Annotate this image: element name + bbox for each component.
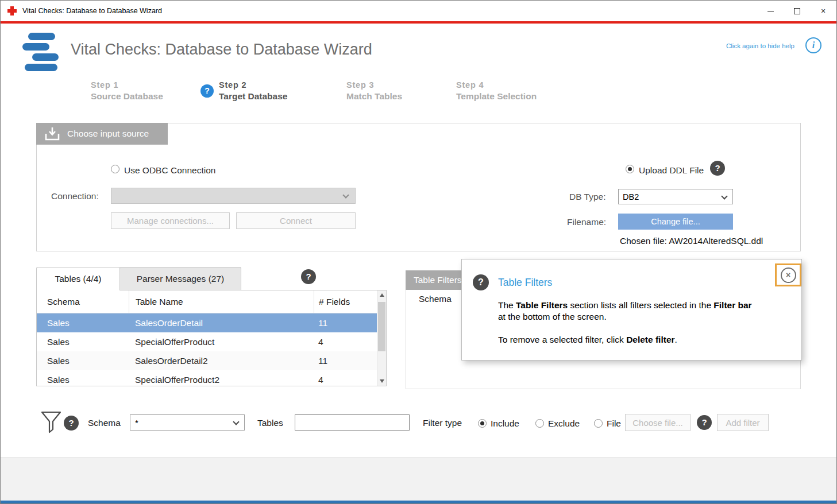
- bottom-accent-strip: [1, 501, 836, 504]
- popup-paragraph-2: To remove a selected filter, click Delet…: [498, 334, 677, 346]
- cell-fields: 4: [314, 332, 377, 351]
- info-icon[interactable]: i: [805, 37, 821, 53]
- window-controls: ×: [757, 1, 836, 21]
- step-number: Step 2: [219, 80, 287, 90]
- filter-schema-label: Schema: [88, 418, 121, 428]
- add-filter-button[interactable]: Add filter: [717, 414, 769, 431]
- filename-label: Filename:: [567, 217, 606, 227]
- scroll-down-button[interactable]: [377, 377, 386, 386]
- minimize-icon: [767, 11, 774, 11]
- table-row[interactable]: Sales SpecialOfferProduct 4: [37, 332, 377, 351]
- cell-fields: 4: [314, 370, 377, 386]
- chevron-down-icon: [342, 192, 349, 198]
- column-header-fields[interactable]: # Fields: [314, 290, 377, 313]
- exclude-radio[interactable]: [535, 419, 544, 428]
- table-filters-help-popup: ? Table Filters The Table Filters sectio…: [461, 259, 802, 360]
- minimize-button[interactable]: [757, 1, 784, 21]
- exclude-label[interactable]: Exclude: [548, 418, 580, 429]
- filter-schema-dropdown[interactable]: *: [130, 414, 245, 431]
- cell-schema: Sales: [37, 351, 129, 370]
- step-label: Target Database: [219, 91, 287, 102]
- cell-table-name: SpecialOfferProduct: [129, 332, 314, 351]
- cell-table-name: SalesOrderDetail: [129, 313, 314, 332]
- app-cross-icon: [7, 6, 17, 15]
- step-2-target-database[interactable]: Step 2 Target Database: [219, 80, 287, 102]
- db-type-value: DB2: [623, 192, 639, 201]
- filter-bar-help-icon[interactable]: ?: [64, 416, 79, 431]
- tables-grid-header: Schema Table Name # Fields: [37, 290, 377, 313]
- step-label: Match Tables: [346, 91, 402, 102]
- file-label[interactable]: File: [607, 418, 621, 429]
- db-type-label: DB Type:: [569, 192, 605, 202]
- scrollbar-thumb[interactable]: [378, 302, 385, 351]
- red-accent-bar: [1, 21, 836, 24]
- manage-connections-button[interactable]: Manage connections...: [111, 212, 230, 229]
- table-row[interactable]: Sales SalesOrderDetail2 11: [37, 351, 377, 370]
- step-label: Source Database: [91, 91, 163, 102]
- include-radio[interactable]: [478, 419, 487, 428]
- step-number: Step 3: [346, 80, 402, 90]
- close-button[interactable]: ×: [810, 1, 836, 21]
- connect-button[interactable]: Connect: [236, 212, 356, 229]
- tab-tables[interactable]: Tables (4/4): [36, 267, 120, 290]
- scroll-up-button[interactable]: [377, 290, 386, 300]
- filter-funnel-icon: [40, 409, 63, 437]
- odbc-connection-label[interactable]: Use ODBC Connection: [124, 165, 215, 176]
- window-title: Vital Checks: Database to Database Wizar…: [22, 7, 162, 15]
- connection-dropdown[interactable]: [111, 188, 356, 204]
- scroll-down-icon: [380, 379, 384, 383]
- chevron-down-icon: [233, 418, 239, 425]
- step-2-help-icon[interactable]: ?: [200, 84, 214, 98]
- step-3-match-tables[interactable]: Step 3 Match Tables: [346, 80, 402, 102]
- app-logo: [21, 30, 63, 74]
- footer-bar: × Cancel Previous step Next step: [1, 457, 836, 501]
- filter-type-label: Filter type: [423, 418, 462, 428]
- tables-scrollbar[interactable]: [377, 290, 386, 386]
- file-radio[interactable]: [594, 419, 603, 428]
- scroll-up-icon: [380, 293, 384, 297]
- close-icon: ×: [821, 6, 826, 15]
- maximize-icon: [794, 8, 800, 14]
- popup-paragraph-1: The Table Filters section lists all filt…: [498, 300, 752, 323]
- cell-schema: Sales: [37, 332, 129, 351]
- cell-fields: 11: [314, 313, 377, 332]
- change-file-button[interactable]: Change file...: [618, 214, 733, 230]
- tables-grid: Schema Table Name # Fields Sales SalesOr…: [36, 290, 387, 386]
- upload-ddl-label[interactable]: Upload DDL File: [639, 165, 704, 176]
- column-header-schema[interactable]: Schema: [37, 290, 129, 313]
- popup-close-button[interactable]: ×: [781, 267, 796, 283]
- maximize-button[interactable]: [784, 1, 810, 21]
- table-row[interactable]: Sales SalesOrderDetail 11: [37, 313, 377, 332]
- include-label[interactable]: Include: [491, 418, 519, 429]
- odbc-connection-radio[interactable]: [111, 165, 119, 173]
- cell-table-name: SalesOrderDetail2: [129, 351, 314, 370]
- step-1-source-database[interactable]: Step 1 Source Database: [91, 80, 163, 102]
- choose-file-button[interactable]: Choose file...: [625, 414, 691, 431]
- step-4-template-selection[interactable]: Step 4 Template Selection: [456, 80, 537, 102]
- filter-tables-label: Tables: [257, 418, 283, 428]
- db-type-dropdown[interactable]: DB2: [618, 189, 733, 204]
- download-icon: [45, 127, 60, 141]
- table-row[interactable]: Sales SpecialOfferProduct2 4: [37, 370, 377, 386]
- step-label: Template Selection: [456, 91, 537, 102]
- popup-help-icon: ?: [473, 274, 489, 290]
- step-number: Step 4: [456, 80, 537, 90]
- tables-help-icon[interactable]: ?: [301, 269, 316, 284]
- filter-schema-value: *: [135, 418, 138, 428]
- upload-ddl-help-icon[interactable]: ?: [710, 161, 725, 176]
- cell-fields: 11: [314, 351, 377, 370]
- step-number: Step 1: [91, 80, 163, 90]
- filter-tables-input[interactable]: [295, 414, 410, 431]
- add-filter-help-icon[interactable]: ?: [697, 415, 712, 430]
- titlebar: Vital Checks: Database to Database Wizar…: [1, 1, 836, 21]
- hide-help-link[interactable]: Click again to hide help: [726, 42, 794, 49]
- column-header-table-name[interactable]: Table Name: [129, 290, 314, 313]
- connection-label: Connection:: [51, 191, 99, 201]
- filters-column-schema: Schema: [419, 294, 452, 304]
- input-source-header: Choose input source: [36, 123, 168, 145]
- tab-parser-messages[interactable]: Parser Messages (27): [119, 267, 241, 290]
- upload-ddl-radio[interactable]: [626, 165, 634, 173]
- app-window: Vital Checks: Database to Database Wizar…: [0, 0, 837, 504]
- input-source-header-label: Choose input source: [67, 129, 149, 139]
- popup-title: Table Filters: [498, 277, 552, 289]
